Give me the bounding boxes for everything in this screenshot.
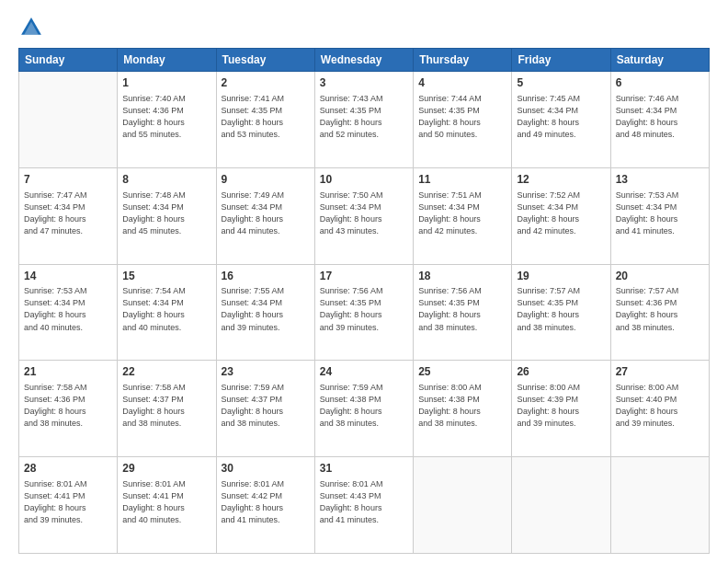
calendar-cell: 27Sunrise: 8:00 AM Sunset: 4:40 PM Dayli…: [610, 361, 709, 457]
day-number: 10: [320, 172, 408, 188]
day-number: 6: [616, 75, 704, 91]
calendar-cell: 14Sunrise: 7:53 AM Sunset: 4:34 PM Dayli…: [19, 264, 118, 361]
weekday-header-wednesday: Wednesday: [314, 49, 413, 72]
day-number: 24: [320, 364, 408, 380]
calendar-cell: 18Sunrise: 7:56 AM Sunset: 4:35 PM Dayli…: [414, 264, 512, 361]
day-number: 21: [24, 364, 112, 380]
day-number: 14: [24, 269, 112, 284]
calendar-cell: 17Sunrise: 7:56 AM Sunset: 4:35 PM Dayli…: [314, 264, 413, 361]
calendar-cell: 16Sunrise: 7:55 AM Sunset: 4:34 PM Dayli…: [216, 264, 314, 361]
calendar-cell: 29Sunrise: 8:01 AM Sunset: 4:41 PM Dayli…: [118, 457, 216, 554]
calendar-cell: 26Sunrise: 8:00 AM Sunset: 4:39 PM Dayli…: [512, 361, 610, 457]
calendar-cell: [610, 457, 709, 554]
day-number: 16: [222, 269, 310, 284]
day-info: Sunrise: 7:43 AM Sunset: 4:35 PM Dayligh…: [320, 93, 408, 141]
calendar-cell: 7Sunrise: 7:47 AM Sunset: 4:34 PM Daylig…: [19, 167, 118, 264]
day-number: 31: [320, 461, 408, 477]
day-number: 4: [418, 75, 506, 91]
day-info: Sunrise: 8:00 AM Sunset: 4:38 PM Dayligh…: [418, 382, 506, 430]
day-number: 1: [122, 75, 210, 91]
day-number: 25: [418, 364, 506, 380]
weekday-header-monday: Monday: [118, 49, 216, 72]
day-number: 30: [222, 461, 310, 477]
calendar-week-3: 14Sunrise: 7:53 AM Sunset: 4:34 PM Dayli…: [19, 264, 710, 361]
day-info: Sunrise: 7:58 AM Sunset: 4:36 PM Dayligh…: [24, 382, 112, 430]
day-number: 11: [418, 172, 506, 188]
calendar-cell: 23Sunrise: 7:59 AM Sunset: 4:37 PM Dayli…: [216, 361, 314, 457]
day-number: 26: [517, 364, 605, 380]
calendar-cell: 11Sunrise: 7:51 AM Sunset: 4:34 PM Dayli…: [414, 167, 512, 264]
weekday-header-saturday: Saturday: [610, 49, 709, 72]
calendar-week-1: 1Sunrise: 7:40 AM Sunset: 4:36 PM Daylig…: [19, 72, 710, 168]
calendar-cell: 31Sunrise: 8:01 AM Sunset: 4:43 PM Dayli…: [314, 457, 413, 554]
day-info: Sunrise: 7:56 AM Sunset: 4:35 PM Dayligh…: [320, 285, 408, 333]
calendar-cell: 10Sunrise: 7:50 AM Sunset: 4:34 PM Dayli…: [314, 167, 413, 264]
calendar-week-2: 7Sunrise: 7:47 AM Sunset: 4:34 PM Daylig…: [19, 167, 710, 264]
day-number: 27: [616, 364, 704, 380]
calendar-cell: 28Sunrise: 8:01 AM Sunset: 4:41 PM Dayli…: [19, 457, 118, 554]
day-number: 2: [222, 75, 310, 91]
day-info: Sunrise: 7:51 AM Sunset: 4:34 PM Dayligh…: [418, 190, 506, 237]
day-info: Sunrise: 7:53 AM Sunset: 4:34 PM Dayligh…: [24, 285, 112, 333]
calendar-cell: 15Sunrise: 7:54 AM Sunset: 4:34 PM Dayli…: [118, 264, 216, 361]
day-number: 3: [320, 75, 408, 91]
weekday-header-friday: Friday: [512, 49, 610, 72]
day-info: Sunrise: 7:53 AM Sunset: 4:34 PM Dayligh…: [616, 190, 704, 237]
day-info: Sunrise: 8:00 AM Sunset: 4:40 PM Dayligh…: [616, 382, 704, 430]
weekday-header-sunday: Sunday: [19, 49, 118, 72]
header: [18, 15, 710, 40]
day-info: Sunrise: 7:58 AM Sunset: 4:37 PM Dayligh…: [122, 382, 210, 430]
calendar-cell: 6Sunrise: 7:46 AM Sunset: 4:34 PM Daylig…: [610, 72, 709, 168]
day-number: 9: [222, 172, 310, 188]
day-number: 12: [517, 172, 605, 188]
day-info: Sunrise: 7:45 AM Sunset: 4:34 PM Dayligh…: [517, 93, 605, 141]
day-info: Sunrise: 7:59 AM Sunset: 4:38 PM Dayligh…: [320, 382, 408, 430]
day-info: Sunrise: 7:41 AM Sunset: 4:35 PM Dayligh…: [222, 93, 310, 141]
calendar-cell: 21Sunrise: 7:58 AM Sunset: 4:36 PM Dayli…: [19, 361, 118, 457]
calendar-table: SundayMondayTuesdayWednesdayThursdayFrid…: [18, 48, 710, 554]
day-info: Sunrise: 7:40 AM Sunset: 4:36 PM Dayligh…: [122, 93, 210, 141]
calendar-cell: 3Sunrise: 7:43 AM Sunset: 4:35 PM Daylig…: [314, 72, 413, 168]
weekday-header-thursday: Thursday: [414, 49, 512, 72]
calendar-cell: 9Sunrise: 7:49 AM Sunset: 4:34 PM Daylig…: [216, 167, 314, 264]
calendar-cell: 4Sunrise: 7:44 AM Sunset: 4:35 PM Daylig…: [414, 72, 512, 168]
calendar-cell: 20Sunrise: 7:57 AM Sunset: 4:36 PM Dayli…: [610, 264, 709, 361]
day-info: Sunrise: 8:01 AM Sunset: 4:42 PM Dayligh…: [222, 478, 310, 526]
calendar-cell: 13Sunrise: 7:53 AM Sunset: 4:34 PM Dayli…: [610, 167, 709, 264]
calendar-cell: 1Sunrise: 7:40 AM Sunset: 4:36 PM Daylig…: [118, 72, 216, 168]
day-info: Sunrise: 7:49 AM Sunset: 4:34 PM Dayligh…: [222, 190, 310, 237]
day-number: 19: [517, 269, 605, 284]
calendar-week-4: 21Sunrise: 7:58 AM Sunset: 4:36 PM Dayli…: [19, 361, 710, 457]
day-number: 20: [616, 269, 704, 284]
day-info: Sunrise: 7:47 AM Sunset: 4:34 PM Dayligh…: [24, 190, 112, 237]
day-info: Sunrise: 8:00 AM Sunset: 4:39 PM Dayligh…: [517, 382, 605, 430]
weekday-header-tuesday: Tuesday: [216, 49, 314, 72]
day-number: 15: [122, 269, 210, 284]
day-info: Sunrise: 8:01 AM Sunset: 4:41 PM Dayligh…: [24, 478, 112, 526]
day-info: Sunrise: 8:01 AM Sunset: 4:43 PM Dayligh…: [320, 478, 408, 526]
day-info: Sunrise: 8:01 AM Sunset: 4:41 PM Dayligh…: [122, 478, 210, 526]
calendar-cell: 24Sunrise: 7:59 AM Sunset: 4:38 PM Dayli…: [314, 361, 413, 457]
day-info: Sunrise: 7:48 AM Sunset: 4:34 PM Dayligh…: [122, 190, 210, 237]
calendar-cell: 22Sunrise: 7:58 AM Sunset: 4:37 PM Dayli…: [118, 361, 216, 457]
day-number: 13: [616, 172, 704, 188]
day-number: 5: [517, 75, 605, 91]
day-info: Sunrise: 7:44 AM Sunset: 4:35 PM Dayligh…: [418, 93, 506, 141]
page: SundayMondayTuesdayWednesdayThursdayFrid…: [0, 0, 728, 563]
calendar-cell: [414, 457, 512, 554]
day-info: Sunrise: 7:57 AM Sunset: 4:36 PM Dayligh…: [616, 285, 704, 333]
day-info: Sunrise: 7:59 AM Sunset: 4:37 PM Dayligh…: [222, 382, 310, 430]
day-number: 23: [222, 364, 310, 380]
day-number: 28: [24, 461, 112, 477]
day-info: Sunrise: 7:54 AM Sunset: 4:34 PM Dayligh…: [122, 285, 210, 333]
day-number: 7: [24, 172, 112, 188]
day-number: 18: [418, 269, 506, 284]
day-info: Sunrise: 7:46 AM Sunset: 4:34 PM Dayligh…: [616, 93, 704, 141]
calendar-cell: [512, 457, 610, 554]
day-number: 8: [122, 172, 210, 188]
calendar-cell: 8Sunrise: 7:48 AM Sunset: 4:34 PM Daylig…: [118, 167, 216, 264]
day-info: Sunrise: 7:56 AM Sunset: 4:35 PM Dayligh…: [418, 285, 506, 333]
day-number: 29: [122, 461, 210, 477]
calendar-cell: 19Sunrise: 7:57 AM Sunset: 4:35 PM Dayli…: [512, 264, 610, 361]
day-info: Sunrise: 7:55 AM Sunset: 4:34 PM Dayligh…: [222, 285, 310, 333]
